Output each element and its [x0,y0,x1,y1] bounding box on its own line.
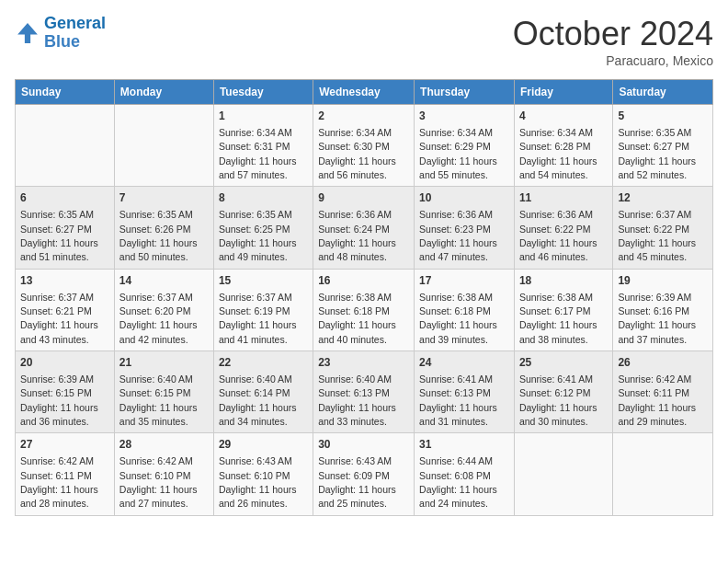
day-info: Sunrise: 6:42 AM Sunset: 6:11 PM Dayligh… [618,373,696,427]
calendar-week-row: 1Sunrise: 6:34 AM Sunset: 6:31 PM Daylig… [16,105,713,187]
day-number: 31 [419,437,509,453]
day-number: 24 [419,355,509,371]
calendar-day-cell: 23Sunrise: 6:40 AM Sunset: 6:13 PM Dayli… [313,351,415,433]
calendar-day-cell: 31Sunrise: 6:44 AM Sunset: 6:08 PM Dayli… [415,433,515,515]
calendar-day-cell: 11Sunrise: 6:36 AM Sunset: 6:22 PM Dayli… [514,187,612,269]
day-info: Sunrise: 6:34 AM Sunset: 6:30 PM Dayligh… [318,127,396,180]
day-number: 13 [20,273,109,289]
day-info: Sunrise: 6:44 AM Sunset: 6:08 PM Dayligh… [419,455,497,509]
day-number: 29 [219,437,308,453]
calendar-day-cell: 14Sunrise: 6:37 AM Sunset: 6:20 PM Dayli… [114,269,213,350]
day-info: Sunrise: 6:40 AM Sunset: 6:15 PM Dayligh… [119,373,198,427]
weekday-header: Saturday [613,80,713,105]
month-title: October 2024 [513,15,713,53]
calendar-day-cell: 2Sunrise: 6:34 AM Sunset: 6:30 PM Daylig… [313,105,415,187]
calendar-day-cell: 24Sunrise: 6:41 AM Sunset: 6:13 PM Dayli… [415,351,515,433]
weekday-header-row: SundayMondayTuesdayWednesdayThursdayFrid… [16,80,713,105]
calendar-day-cell: 3Sunrise: 6:34 AM Sunset: 6:29 PM Daylig… [415,105,515,187]
day-number: 11 [519,190,608,206]
calendar-day-cell: 30Sunrise: 6:43 AM Sunset: 6:09 PM Dayli… [313,433,415,515]
calendar-day-cell: 13Sunrise: 6:37 AM Sunset: 6:21 PM Dayli… [16,269,115,350]
calendar-day-cell: 19Sunrise: 6:39 AM Sunset: 6:16 PM Dayli… [613,269,713,350]
calendar-week-row: 20Sunrise: 6:39 AM Sunset: 6:15 PM Dayli… [16,351,713,433]
calendar-day-cell: 22Sunrise: 6:40 AM Sunset: 6:14 PM Dayli… [213,351,313,433]
day-number: 19 [618,273,708,289]
day-info: Sunrise: 6:35 AM Sunset: 6:27 PM Dayligh… [618,127,696,180]
weekday-header: Friday [514,80,612,105]
weekday-header: Monday [114,80,213,105]
day-number: 16 [318,273,409,289]
day-info: Sunrise: 6:38 AM Sunset: 6:17 PM Dayligh… [519,292,597,345]
day-info: Sunrise: 6:36 AM Sunset: 6:23 PM Dayligh… [419,209,497,262]
day-info: Sunrise: 6:43 AM Sunset: 6:10 PM Dayligh… [219,455,297,509]
calendar-day-cell: 9Sunrise: 6:36 AM Sunset: 6:24 PM Daylig… [313,187,415,269]
day-info: Sunrise: 6:42 AM Sunset: 6:10 PM Dayligh… [119,455,198,509]
calendar-day-cell: 12Sunrise: 6:37 AM Sunset: 6:22 PM Dayli… [613,187,713,269]
day-info: Sunrise: 6:41 AM Sunset: 6:13 PM Dayligh… [419,373,497,427]
day-info: Sunrise: 6:36 AM Sunset: 6:22 PM Dayligh… [519,209,597,262]
day-number: 3 [419,109,509,124]
calendar-week-row: 13Sunrise: 6:37 AM Sunset: 6:21 PM Dayli… [16,269,713,350]
day-info: Sunrise: 6:43 AM Sunset: 6:09 PM Dayligh… [318,455,396,509]
calendar-day-cell: 5Sunrise: 6:35 AM Sunset: 6:27 PM Daylig… [613,105,713,187]
day-number: 12 [618,190,708,206]
logo-line1: General [44,14,106,32]
day-info: Sunrise: 6:36 AM Sunset: 6:24 PM Dayligh… [318,209,396,262]
calendar-day-cell: 8Sunrise: 6:35 AM Sunset: 6:25 PM Daylig… [213,187,313,269]
day-info: Sunrise: 6:35 AM Sunset: 6:26 PM Dayligh… [119,209,198,262]
calendar-day-cell: 15Sunrise: 6:37 AM Sunset: 6:19 PM Dayli… [213,269,313,350]
day-number: 2 [318,109,409,124]
day-number: 8 [219,190,308,206]
calendar-day-cell: 20Sunrise: 6:39 AM Sunset: 6:15 PM Dayli… [16,351,115,433]
calendar-day-cell: 4Sunrise: 6:34 AM Sunset: 6:28 PM Daylig… [514,105,612,187]
calendar-day-cell: 18Sunrise: 6:38 AM Sunset: 6:17 PM Dayli… [514,269,612,350]
calendar-week-row: 27Sunrise: 6:42 AM Sunset: 6:11 PM Dayli… [16,433,713,515]
day-info: Sunrise: 6:35 AM Sunset: 6:27 PM Dayligh… [20,209,98,262]
weekday-header: Tuesday [213,80,313,105]
calendar-day-cell: 25Sunrise: 6:41 AM Sunset: 6:12 PM Dayli… [514,351,612,433]
day-number: 17 [419,273,509,289]
day-number: 25 [519,355,608,371]
day-number: 20 [20,355,109,371]
calendar-day-cell: 17Sunrise: 6:38 AM Sunset: 6:18 PM Dayli… [415,269,515,350]
calendar-day-cell: 16Sunrise: 6:38 AM Sunset: 6:18 PM Dayli… [313,269,415,350]
calendar-day-cell [16,105,115,187]
svg-marker-0 [17,23,38,43]
calendar-day-cell: 26Sunrise: 6:42 AM Sunset: 6:11 PM Dayli… [613,351,713,433]
day-number: 14 [119,273,209,289]
logo-line2: Blue [44,32,80,51]
day-number: 26 [618,355,708,371]
calendar-day-cell: 1Sunrise: 6:34 AM Sunset: 6:31 PM Daylig… [213,105,313,187]
day-info: Sunrise: 6:39 AM Sunset: 6:16 PM Dayligh… [618,292,696,345]
location-subtitle: Paracuaro, Mexico [513,53,713,68]
weekday-header: Thursday [415,80,515,105]
day-number: 30 [318,437,409,453]
day-number: 15 [219,273,308,289]
day-info: Sunrise: 6:41 AM Sunset: 6:12 PM Dayligh… [519,373,597,427]
calendar-table: SundayMondayTuesdayWednesdayThursdayFrid… [15,79,713,516]
day-info: Sunrise: 6:38 AM Sunset: 6:18 PM Dayligh… [419,292,497,345]
weekday-header: Wednesday [313,80,415,105]
day-number: 22 [219,355,308,371]
day-info: Sunrise: 6:42 AM Sunset: 6:11 PM Dayligh… [20,455,98,509]
day-number: 23 [318,355,409,371]
title-block: October 2024 Paracuaro, Mexico [513,15,713,68]
calendar-day-cell [114,105,213,187]
day-number: 28 [119,437,209,453]
calendar-day-cell: 28Sunrise: 6:42 AM Sunset: 6:10 PM Dayli… [114,433,213,515]
day-number: 9 [318,190,409,206]
day-info: Sunrise: 6:37 AM Sunset: 6:22 PM Dayligh… [618,209,696,262]
page-header: General Blue October 2024 Paracuaro, Mex… [15,15,713,68]
calendar-day-cell: 21Sunrise: 6:40 AM Sunset: 6:15 PM Dayli… [114,351,213,433]
day-number: 4 [519,109,608,124]
day-info: Sunrise: 6:38 AM Sunset: 6:18 PM Dayligh… [318,292,396,345]
day-info: Sunrise: 6:37 AM Sunset: 6:20 PM Dayligh… [119,292,198,345]
day-number: 7 [119,190,209,206]
day-number: 27 [20,437,109,453]
day-number: 5 [618,109,708,124]
weekday-header: Sunday [16,80,115,105]
day-number: 6 [20,190,109,206]
calendar-day-cell [613,433,713,515]
day-info: Sunrise: 6:40 AM Sunset: 6:13 PM Dayligh… [318,373,396,427]
calendar-day-cell: 10Sunrise: 6:36 AM Sunset: 6:23 PM Dayli… [415,187,515,269]
